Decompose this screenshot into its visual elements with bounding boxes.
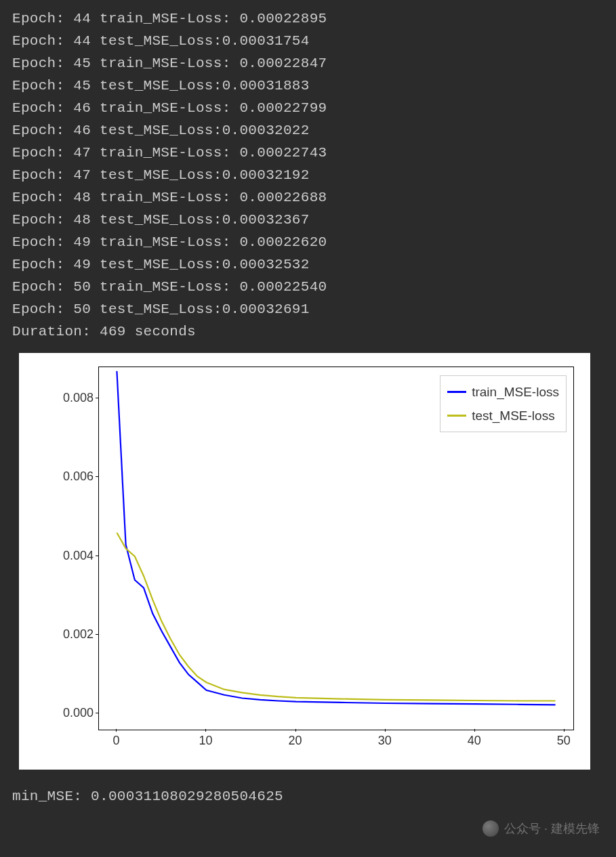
- log-line: Epoch: 48 train_MSE-Loss: 0.00022688: [12, 187, 604, 209]
- console-output: Epoch: 44 train_MSE-Loss: 0.00022895 Epo…: [0, 0, 616, 343]
- log-line: Epoch: 48 test_MSE_Loss:0.00032367: [12, 209, 604, 232]
- test-series-line: [117, 532, 555, 701]
- loss-chart: train_MSE-loss test_MSE-loss 0.0000.0020…: [19, 353, 590, 770]
- y-tick-label: 0.006: [63, 469, 94, 484]
- watermark-text: 公众号 · 建模先锋: [504, 820, 600, 837]
- y-tick-label: 0.000: [63, 706, 94, 720]
- log-line: Epoch: 50 train_MSE-Loss: 0.00022540: [12, 276, 604, 299]
- x-tick-label: 0: [112, 734, 119, 748]
- plot-area: train_MSE-loss test_MSE-loss: [98, 367, 574, 730]
- x-tick-mark: [205, 729, 206, 732]
- watermark: 公众号 · 建模先锋: [482, 820, 600, 837]
- min-mse-line: min_MSE: 0.00031108029280504625: [0, 770, 616, 811]
- y-tick-mark: [96, 556, 98, 556]
- log-line: Epoch: 44 test_MSE_Loss:0.00031754: [12, 30, 604, 53]
- y-tick-label: 0.008: [63, 391, 94, 405]
- log-line: Epoch: 45 train_MSE-Loss: 0.00022847: [12, 53, 604, 75]
- log-line: Epoch: 49 train_MSE-Loss: 0.00022620: [12, 232, 604, 254]
- log-line: Epoch: 47 test_MSE_Loss:0.00032192: [12, 165, 604, 187]
- legend-swatch-olive: [447, 415, 466, 417]
- y-tick-mark: [96, 398, 98, 398]
- x-tick-mark: [385, 729, 386, 732]
- y-tick-mark: [96, 634, 98, 635]
- log-line: Epoch: 45 test_MSE_Loss:0.00031883: [12, 75, 604, 98]
- x-tick-label: 20: [289, 734, 302, 748]
- x-tick-label: 10: [199, 734, 212, 748]
- duration-line: Duration: 469 seconds: [12, 321, 604, 343]
- y-tick-mark: [96, 713, 98, 713]
- x-tick-label: 50: [557, 734, 571, 748]
- x-tick-label: 40: [468, 734, 481, 748]
- legend-swatch-blue: [447, 391, 466, 393]
- log-line: Epoch: 50 test_MSE_Loss:0.00032691: [12, 299, 604, 321]
- y-tick-mark: [96, 476, 98, 477]
- log-line: Epoch: 46 train_MSE-Loss: 0.00022799: [12, 98, 604, 120]
- log-line: Epoch: 44 train_MSE-Loss: 0.00022895: [12, 8, 604, 30]
- x-tick-mark: [564, 729, 564, 732]
- wechat-icon: [482, 820, 499, 837]
- x-tick-mark: [474, 729, 475, 732]
- x-tick-mark: [116, 729, 117, 732]
- legend-entry-test: test_MSE-loss: [447, 404, 559, 427]
- log-line: Epoch: 46 test_MSE_Loss:0.00032022: [12, 120, 604, 142]
- x-tick-label: 30: [378, 734, 392, 748]
- legend-entry-train: train_MSE-loss: [447, 380, 559, 404]
- y-tick-label: 0.002: [63, 627, 94, 641]
- chart-legend: train_MSE-loss test_MSE-loss: [440, 375, 567, 432]
- y-tick-label: 0.004: [63, 548, 94, 562]
- legend-label-train: train_MSE-loss: [472, 380, 559, 404]
- legend-label-test: test_MSE-loss: [472, 404, 554, 427]
- x-tick-mark: [295, 729, 296, 732]
- log-line: Epoch: 49 test_MSE_Loss:0.00032532: [12, 254, 604, 276]
- log-line: Epoch: 47 train_MSE-Loss: 0.00022743: [12, 142, 604, 165]
